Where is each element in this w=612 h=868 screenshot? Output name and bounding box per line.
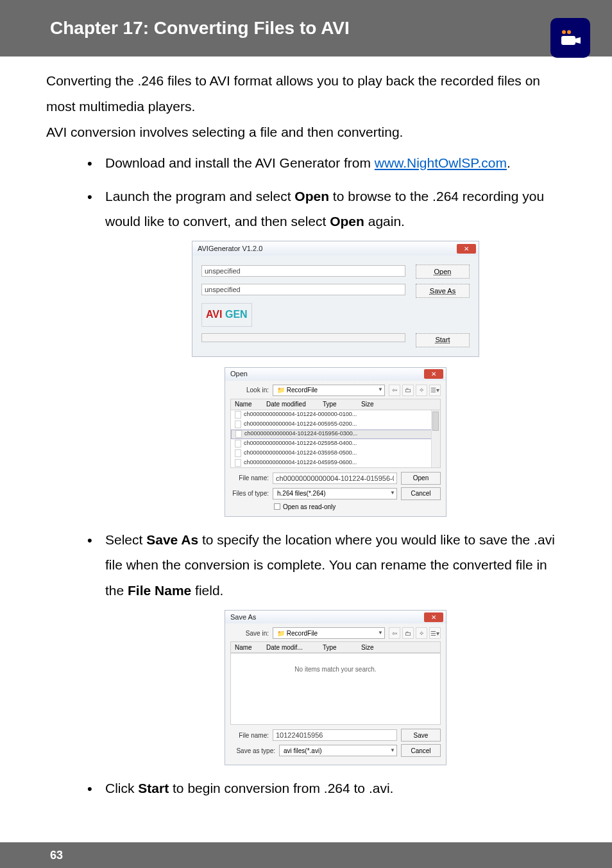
saveas-file-dialog: Save As ✕ Save in: 📁 RecordFile ▼ ⇦ — [225, 610, 446, 765]
app-icon — [550, 18, 590, 58]
dest-field[interactable] — [201, 284, 405, 295]
step3-pre: Select — [105, 532, 146, 547]
newfolder-icon[interactable]: ✧ — [416, 385, 427, 396]
intro-para-1: Converting the .246 files to AVI format … — [46, 68, 566, 119]
open-file-button[interactable]: Open — [401, 472, 441, 485]
list-item[interactable]: ch00000000000004-101224-015956-0300... — [231, 430, 440, 439]
cancel-button[interactable]: Cancel — [401, 487, 441, 500]
file-icon — [235, 430, 242, 438]
open-dialog-wrap: Open ✕ Look in: 📁 RecordFile ▼ ⇦ — [105, 367, 566, 517]
step1-text-pre: Download and install the AVI Generator f… — [105, 155, 375, 170]
file-list[interactable]: ch00000000000004-101224-000000-0100... c… — [230, 410, 441, 468]
chevron-down-icon: ▼ — [378, 630, 383, 636]
step4-bold1: Start — [138, 781, 169, 795]
page-number: 63 — [50, 849, 63, 862]
list-item[interactable]: ch00000000000004-101224-045959-0600... — [231, 458, 440, 468]
logo-gen: GEN — [225, 309, 248, 320]
col-size[interactable]: Size — [361, 643, 440, 652]
readonly-label: Open as read-only — [283, 503, 336, 511]
cancel-button[interactable]: Cancel — [401, 744, 441, 757]
svg-point-1 — [567, 30, 571, 34]
up-icon[interactable]: 🗀 — [402, 627, 414, 639]
chapter-header: Chapter 17: Converting Files to AVI — [0, 0, 612, 56]
up-icon[interactable]: 🗀 — [402, 385, 414, 396]
readonly-checkbox[interactable]: Open as read-only — [274, 503, 441, 511]
file-list-header: Name Date modif... Type Size — [230, 641, 441, 653]
close-icon[interactable]: ✕ — [424, 369, 443, 379]
saveas-dialog-title: Save As — [230, 612, 256, 621]
col-type[interactable]: Type — [323, 400, 361, 408]
download-link[interactable]: www.NightOwlSP.com — [375, 155, 507, 170]
list-item[interactable]: ch00000000000004-101224-025958-0400... — [231, 439, 440, 449]
lookin-combo[interactable]: 📁 RecordFile ▼ — [273, 385, 385, 396]
source-field[interactable] — [201, 265, 405, 277]
avi-logo: AVI GEN — [201, 303, 252, 326]
col-date[interactable]: Date modified — [266, 400, 323, 408]
saveas-titlebar: Save As ✕ — [225, 611, 446, 623]
file-icon — [235, 440, 241, 447]
saveas-dialog-wrap: Save As ✕ Save in: 📁 RecordFile ▼ ⇦ — [105, 610, 566, 765]
savetype-combo[interactable]: avi files(*.avi)▼ — [279, 745, 397, 756]
list-item[interactable]: ch00000000000004-101224-000000-0100... — [231, 410, 440, 420]
step3-bold2: File Name — [128, 583, 191, 598]
filename-label: File name: — [230, 474, 269, 482]
back-icon[interactable]: ⇦ — [389, 627, 400, 639]
view-icon[interactable]: ☰▾ — [429, 385, 441, 396]
open-titlebar: Open ✕ — [225, 368, 446, 381]
savein-label: Save in: — [230, 629, 269, 638]
list-item[interactable]: ch00000000000004-101224-005955-0200... — [231, 420, 440, 430]
file-icon — [235, 459, 241, 467]
step3-bold1: Save As — [146, 532, 198, 547]
file-icon — [235, 421, 241, 428]
back-icon[interactable]: ⇦ — [389, 385, 400, 396]
svg-marker-3 — [575, 37, 581, 44]
col-date[interactable]: Date modif... — [266, 643, 323, 652]
avi-title: AVIGenerator V1.2.0 — [198, 242, 262, 256]
empty-file-list: No items match your search. — [230, 653, 441, 725]
step3-post: field. — [191, 583, 223, 598]
chapter-title: Chapter 17: Converting Files to AVI — [50, 18, 350, 39]
chevron-down-icon: ▼ — [378, 386, 383, 393]
svg-rect-2 — [561, 36, 575, 45]
close-icon[interactable]: ✕ — [424, 612, 443, 622]
step2-post: again. — [364, 214, 405, 229]
open-button[interactable]: Open — [416, 265, 470, 279]
step4-post: to begin conversion from .264 to .avi. — [169, 781, 393, 795]
open-dialog-title: Open — [230, 369, 248, 378]
newfolder-icon[interactable]: ✧ — [416, 627, 427, 639]
start-button[interactable]: Start — [416, 333, 470, 347]
step-start: Click Start to begin conversion from .26… — [105, 776, 566, 801]
view-icon[interactable]: ☰▾ — [429, 627, 441, 639]
step-launch: Launch the program and select Open to br… — [105, 184, 566, 517]
step2-pre: Launch the program and select — [105, 189, 294, 204]
page-footer: 63 — [0, 842, 612, 868]
step2-bold2: Open — [330, 214, 364, 229]
filename-input[interactable] — [273, 473, 397, 484]
step-saveas: Select Save As to specify the location w… — [105, 527, 566, 766]
chevron-down-icon: ▼ — [390, 490, 395, 496]
close-icon[interactable]: ✕ — [457, 244, 476, 254]
step2-bold1: Open — [294, 189, 329, 204]
step4-pre: Click — [105, 781, 138, 795]
steps-list: Download and install the AVI Generator f… — [46, 150, 566, 801]
list-item[interactable]: ch00000000000004-101224-035958-0500... — [231, 449, 440, 458]
col-name[interactable]: Name — [231, 643, 266, 652]
saveas-button[interactable]: Save As — [416, 284, 470, 298]
save-button[interactable]: Save — [401, 729, 441, 742]
savetype-label: Save as type: — [230, 747, 275, 755]
scrollbar[interactable] — [431, 410, 440, 467]
col-name[interactable]: Name — [231, 400, 266, 408]
filename-label: File name: — [230, 731, 269, 740]
filename-input[interactable] — [273, 729, 397, 741]
open-file-dialog: Open ✕ Look in: 📁 RecordFile ▼ ⇦ — [225, 367, 446, 517]
filetype-combo[interactable]: h.264 files(*.264)▼ — [273, 488, 397, 499]
col-type[interactable]: Type — [323, 643, 361, 652]
progress-bar — [201, 333, 405, 342]
avi-titlebar: AVIGenerator V1.2.0 ✕ — [192, 241, 479, 256]
intro-para-2: AVI conversion involves selecting a file… — [46, 119, 566, 145]
col-size[interactable]: Size — [361, 400, 440, 408]
file-icon — [235, 411, 241, 419]
logo-avi: AVI — [206, 309, 222, 320]
savein-combo[interactable]: 📁 RecordFile ▼ — [273, 627, 385, 639]
svg-point-0 — [562, 30, 566, 34]
